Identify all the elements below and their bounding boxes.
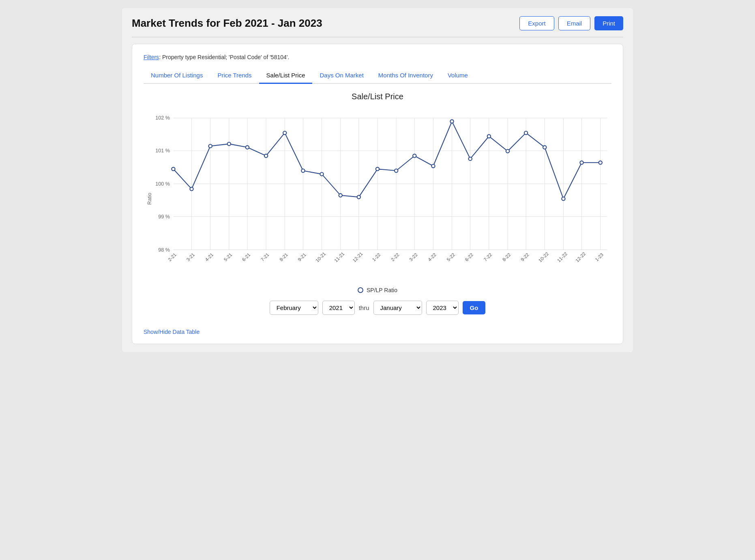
svg-text:4-21: 4-21: [204, 252, 214, 262]
svg-text:9-22: 9-22: [520, 252, 530, 262]
svg-point-56: [580, 161, 583, 164]
svg-text:11-22: 11-22: [556, 251, 568, 263]
date-range-row: January February March April May June Ju…: [144, 301, 611, 315]
svg-text:6-22: 6-22: [464, 252, 474, 262]
filters-row: Filters: Property type Residential; 'Pos…: [144, 54, 611, 60]
svg-text:12-22: 12-22: [575, 251, 586, 263]
svg-text:2-21: 2-21: [167, 252, 177, 262]
tab-number-of-listings[interactable]: Number Of Listings: [144, 68, 210, 84]
svg-text:10-22: 10-22: [538, 251, 549, 263]
chart-title: Sale/List Price: [144, 92, 611, 101]
svg-text:8-22: 8-22: [502, 252, 512, 262]
svg-text:5-22: 5-22: [446, 252, 456, 262]
svg-text:5-21: 5-21: [223, 252, 233, 262]
svg-point-42: [320, 172, 323, 175]
svg-point-49: [450, 120, 453, 123]
filters-text: : Property type Residential; 'Postal Cod…: [159, 54, 289, 60]
top-actions: Export Email Print: [519, 16, 623, 30]
tab-months-of-inventory[interactable]: Months Of Inventory: [371, 68, 440, 84]
svg-point-36: [209, 144, 212, 147]
svg-point-48: [431, 165, 435, 168]
svg-text:100 %: 100 %: [155, 181, 170, 187]
svg-point-40: [283, 131, 286, 135]
svg-text:1-23: 1-23: [594, 252, 604, 262]
svg-text:12-21: 12-21: [352, 251, 363, 263]
tab-sale-list-price[interactable]: Sale/List Price: [259, 68, 313, 84]
to-year-select[interactable]: 2019 2020 2021 2022 2023: [426, 301, 459, 315]
svg-text:Ratio: Ratio: [147, 193, 152, 205]
svg-text:99 %: 99 %: [158, 214, 170, 220]
svg-point-54: [543, 145, 546, 149]
tabs-bar: Number Of Listings Price Trends Sale/Lis…: [144, 68, 611, 84]
email-button[interactable]: Email: [558, 16, 591, 30]
svg-text:8-21: 8-21: [279, 252, 289, 262]
svg-text:1-22: 1-22: [371, 252, 382, 262]
svg-point-43: [339, 194, 342, 197]
svg-point-52: [506, 150, 509, 153]
svg-point-53: [524, 131, 528, 135]
page-title: Market Trends for Feb 2021 - Jan 2023: [132, 17, 322, 30]
svg-point-34: [172, 167, 175, 171]
svg-point-44: [357, 195, 360, 199]
thru-label: thru: [359, 304, 369, 311]
svg-text:102 %: 102 %: [155, 115, 170, 121]
svg-point-55: [562, 197, 565, 200]
svg-point-51: [487, 135, 491, 138]
svg-text:9-21: 9-21: [297, 252, 307, 262]
tab-volume[interactable]: Volume: [440, 68, 475, 84]
svg-point-38: [246, 145, 249, 149]
svg-text:6-21: 6-21: [241, 252, 251, 262]
svg-point-47: [413, 154, 416, 157]
svg-point-35: [190, 187, 193, 190]
svg-point-57: [599, 161, 602, 164]
tab-price-trends[interactable]: Price Trends: [210, 68, 259, 84]
go-button[interactable]: Go: [463, 301, 486, 314]
svg-point-50: [469, 157, 472, 160]
print-button[interactable]: Print: [594, 16, 623, 30]
svg-text:7-21: 7-21: [260, 252, 270, 262]
to-month-select[interactable]: January February March April May June Ju…: [373, 301, 422, 315]
main-card: Filters: Property type Residential; 'Pos…: [132, 44, 623, 344]
legend-circle-splp: [358, 287, 363, 293]
legend-label-splp: SP/LP Ratio: [367, 287, 397, 293]
svg-point-37: [227, 142, 231, 145]
svg-text:11-21: 11-21: [333, 251, 345, 263]
svg-text:101 %: 101 %: [155, 148, 170, 154]
filters-link[interactable]: Filters: [144, 54, 159, 60]
svg-point-41: [301, 169, 305, 172]
svg-text:3-21: 3-21: [185, 252, 195, 262]
tab-days-on-market[interactable]: Days On Market: [312, 68, 371, 84]
svg-point-45: [376, 167, 379, 171]
export-button[interactable]: Export: [519, 16, 554, 30]
from-month-select[interactable]: January February March April May June Ju…: [270, 301, 318, 315]
svg-text:3-22: 3-22: [408, 252, 418, 262]
header-divider: [132, 37, 623, 37]
svg-point-39: [264, 154, 268, 157]
svg-text:4-22: 4-22: [427, 252, 437, 262]
svg-text:2-22: 2-22: [390, 252, 400, 262]
show-hide-data-table-link[interactable]: Show/Hide Data Table: [144, 329, 199, 335]
svg-text:10-21: 10-21: [315, 251, 326, 263]
chart-area: 98 % 99 % 100 % 101 % 102 % Ratio: [144, 105, 611, 284]
svg-point-46: [395, 169, 398, 172]
svg-text:98 %: 98 %: [158, 247, 170, 253]
from-year-select[interactable]: 2019 2020 2021 2022 2023: [322, 301, 355, 315]
svg-text:7-22: 7-22: [483, 252, 493, 262]
chart-legend: SP/LP Ratio: [144, 287, 611, 293]
